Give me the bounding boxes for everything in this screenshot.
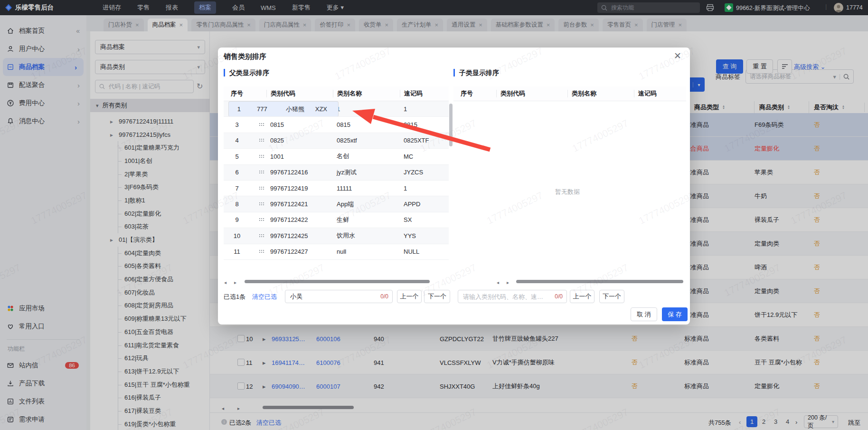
- match-counter: 0/0: [380, 293, 388, 300]
- child-search-box[interactable]: 0/0: [458, 290, 567, 303]
- dialog-title: 销售类别排序: [224, 52, 266, 61]
- drag-handle-icon[interactable]: [259, 249, 265, 254]
- empty-state-text: 暂无数据: [555, 188, 580, 196]
- modal-col-header: 类别代码: [266, 90, 333, 97]
- prev-match-button[interactable]: 上一个: [397, 290, 422, 303]
- child-table: 序号类别代码类别名称速记码: [453, 86, 686, 101]
- app-root: 乐檬零售后台 进销存零售报表档案会员WMS新零售更多 ▾ 99662-新界面测试…: [0, 0, 868, 430]
- modal-table-row[interactable]: 899767122421App端APPD: [224, 196, 449, 212]
- drag-handle-icon[interactable]: [259, 202, 265, 206]
- modal-table-row[interactable]: 1777小猪熊XZX: [228, 101, 339, 117]
- next-match-button[interactable]: 下一个: [424, 290, 450, 303]
- modal-table-row[interactable]: 1099767122425饮用水YYS: [224, 228, 449, 244]
- modal-table-row[interactable]: 999767122422生鲜SX: [224, 212, 449, 228]
- modal-table-row[interactable]: 799767122419111111: [224, 181, 449, 196]
- parent-section-title: 父类显示排序: [224, 69, 269, 76]
- parent-search-box[interactable]: 0/0: [285, 290, 393, 303]
- next-match-button-right[interactable]: 下一个: [599, 290, 624, 303]
- save-button[interactable]: 保 存: [662, 307, 688, 321]
- modal-col-header: 序号: [453, 90, 480, 97]
- sort-dialog: 销售类别排序 ✕ 父类显示排序 子类显示排序 序号类别代码类别名称速记码 177…: [218, 48, 690, 325]
- modal-table-row[interactable]: 51001名创MC: [224, 149, 449, 164]
- modal-col-header: 序号: [224, 90, 250, 97]
- drag-handle-icon[interactable]: [259, 234, 265, 238]
- cancel-button[interactable]: 取 消: [631, 307, 657, 321]
- modal-selected-count: 已选1条: [224, 293, 245, 301]
- parent-table-hscrollbar[interactable]: [245, 280, 430, 283]
- close-icon[interactable]: ✕: [674, 50, 681, 61]
- child-table-hscrollbar[interactable]: [516, 280, 683, 283]
- modal-table-row[interactable]: 699767122416jyz测试JYZCS: [224, 165, 449, 181]
- scroll-left-icon[interactable]: ◂: [224, 280, 226, 285]
- modal-col-header: 类别名称: [567, 90, 634, 97]
- parent-table: 序号类别代码类别名称速记码 1777小猪熊XZX2631113081508150…: [224, 86, 449, 260]
- scroll-right-icon[interactable]: ▸: [507, 280, 509, 285]
- modal-col-header: 速记码: [634, 90, 686, 97]
- modal-col-header: 类别名称: [333, 90, 400, 97]
- modal-col-header: 类别代码: [496, 90, 567, 97]
- parent-table-vscrollbar[interactable]: [449, 104, 453, 146]
- drag-handle-icon[interactable]: [259, 138, 265, 143]
- modal-col-header: 速记码: [400, 90, 449, 97]
- modal-col-header: [250, 90, 266, 97]
- prev-match-button-right[interactable]: 上一个: [570, 290, 594, 303]
- scroll-left-icon[interactable]: ◂: [497, 280, 499, 285]
- modal-col-header: [480, 90, 496, 97]
- modal-table-row[interactable]: 1199767122427nullNULL: [224, 244, 449, 260]
- match-counter: 0/0: [555, 293, 563, 300]
- scroll-right-icon[interactable]: ▸: [234, 280, 236, 285]
- drag-handle-icon[interactable]: [259, 218, 265, 222]
- modal-table-row[interactable]: 408250825xtf0825XTF: [224, 133, 449, 149]
- child-section-title: 子类显示排序: [453, 69, 499, 76]
- modal-clear-selection-link[interactable]: 清空已选: [252, 293, 277, 301]
- modal-table-row[interactable]: 3081508150815: [224, 117, 449, 133]
- drag-handle-icon[interactable]: [259, 186, 265, 191]
- drag-handle-icon[interactable]: [259, 123, 265, 127]
- drag-handle-icon[interactable]: [259, 170, 265, 174]
- drag-handle-icon[interactable]: [259, 154, 265, 159]
